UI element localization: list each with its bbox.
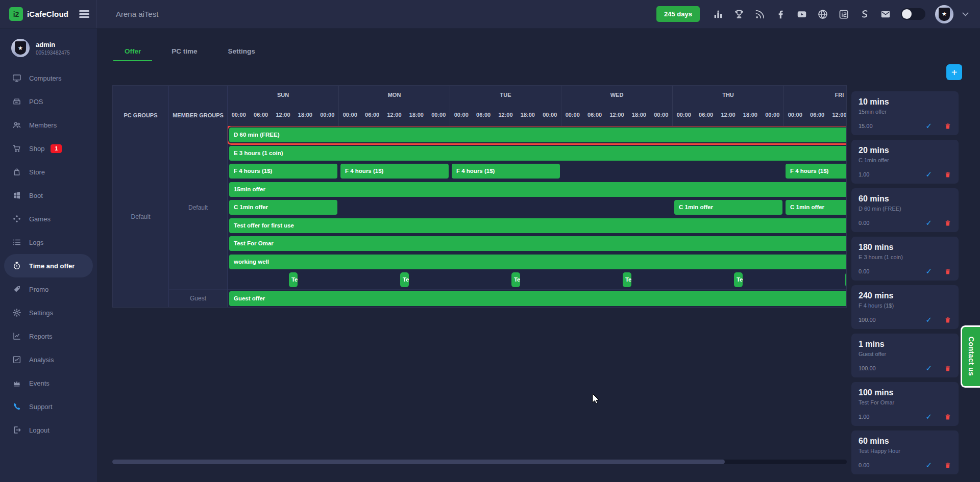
time-tick: 00:00 [654,112,668,118]
schedule-row: C 1min offerC 1min offerC 1min offer [228,198,846,217]
offer-delete-trash-icon[interactable] [944,122,951,130]
offer-bar[interactable]: Test Happy Hour [623,272,631,287]
facebook-icon[interactable] [775,9,787,20]
mail-icon[interactable] [880,9,891,20]
offer-bar[interactable]: Test Happy Hour [511,272,520,287]
sidebar-item-label: Time and offer [29,262,75,270]
offer-delete-trash-icon[interactable] [944,316,951,324]
members-icon [12,120,21,130]
sidebar-item-reports[interactable]: Reports [0,324,93,348]
offer-delete-trash-icon[interactable] [944,462,951,469]
offer-delete-trash-icon[interactable] [944,219,951,227]
offer-duration: 10 mins [859,97,951,107]
sidebar-item-shop[interactable]: Shop1 [0,137,93,160]
sidebar-item-events[interactable]: Events [0,371,93,395]
offer-bar[interactable]: 15min offer [229,182,846,197]
offer-bar[interactable]: E 3 hours (1 coin) [229,146,846,161]
sidebar-item-boot[interactable]: Boot [0,184,93,207]
sidebar-item-analysis[interactable]: Analysis [0,348,93,371]
sidebar-item-members[interactable]: Members [0,113,93,137]
page-title: Arena aiTest [116,10,158,18]
time-tick: 00:00 [431,112,446,118]
day-column-thu: THU00:0006:0012:0018:0000:00 [673,86,784,126]
offer-enabled-check-icon[interactable]: ✓ [925,315,932,324]
timeline-body: D 60 min (FREE)E 3 hours (1 coin)F 4 hou… [228,126,846,307]
sidebar-item-pos[interactable]: POS [0,90,93,113]
sidebar-item-computers[interactable]: Computers [0,66,93,90]
offer-bar[interactable]: C 1min offer [229,200,337,215]
offer-enabled-check-icon[interactable]: ✓ [925,461,932,470]
offer-enabled-check-icon[interactable]: ✓ [925,412,932,421]
offer-delete-trash-icon[interactable] [944,268,951,275]
offer-enabled-check-icon[interactable]: ✓ [925,218,932,227]
icafe-icon[interactable] [838,9,849,20]
chevron-down-icon[interactable] [962,10,969,16]
offer-enabled-check-icon[interactable]: ✓ [925,121,932,131]
offer-card: 1 minsGuest offer100.00✓ [851,334,959,377]
offer-name: D 60 min (FREE) [859,206,951,212]
offer-bar[interactable]: Guest offer [229,291,846,306]
tab-settings[interactable]: Settings [217,47,266,61]
offer-bar[interactable]: Test offer for first use [229,218,846,233]
horizontal-scrollbar[interactable] [112,460,847,464]
ribbon-icon[interactable] [859,9,870,20]
offer-card: 10 mins15min offer15.00✓ [851,91,959,135]
sidebar-item-logs[interactable]: Logs [0,231,93,254]
offer-bar[interactable]: Test Happy Hour [734,272,743,287]
offer-delete-trash-icon[interactable] [944,413,951,421]
sidebar-item-label: Shop [29,145,44,153]
offer-bar[interactable]: F 4 hours (1$) [786,164,846,179]
offer-bar[interactable]: C 1min offer [786,200,846,215]
offer-bar[interactable]: C 1min offer [674,200,782,215]
offer-delete-trash-icon[interactable] [944,365,951,372]
sidebar-item-label: Settings [29,309,53,317]
sidebar-item-games[interactable]: Games [0,207,93,231]
trophy-icon[interactable] [733,9,745,20]
offer-enabled-check-icon[interactable]: ✓ [925,170,932,179]
contact-us-button[interactable]: Contact us [961,325,980,388]
offer-bar[interactable]: F 4 hours (1$) [229,164,337,179]
sidebar-item-logout[interactable]: Logout [0,418,93,442]
time-ticks: 00:0006:0012:0018:0000:00 [450,104,561,126]
time-tick: 06:00 [699,112,713,118]
rss-icon[interactable] [754,9,766,20]
add-offer-button[interactable]: + [946,64,962,80]
scrollbar-thumb[interactable] [112,460,725,464]
sidebar-item-label: Store [29,168,45,176]
offer-bar[interactable]: F 4 hours (1$) [340,164,449,179]
offer-bar[interactable]: D 60 min (FREE) [229,128,846,142]
sidebar-item-time-and-offer[interactable]: Time and offer [4,254,93,277]
license-days-badge[interactable]: 245 days [656,6,700,22]
offer-delete-trash-icon[interactable] [944,171,951,179]
offer-duration: 60 mins [859,194,951,204]
youtube-icon[interactable] [796,9,807,20]
menu-hamburger-icon[interactable] [79,9,89,20]
sidebar-item-store[interactable]: Store [0,160,93,184]
store-icon [12,167,21,176]
sidebar-item-settings[interactable]: Settings [0,301,93,324]
sidebar-item-label: Promo [29,286,48,293]
sidebar-item-promo[interactable]: Promo [0,277,93,301]
tab-offer[interactable]: Offer [113,47,152,61]
offer-bar[interactable]: working well [229,255,846,269]
user-avatar[interactable]: ★ [935,5,953,23]
time-tick: 18:00 [409,112,424,118]
sidebar-user-avatar[interactable]: ★ [11,39,30,57]
offer-enabled-check-icon[interactable]: ✓ [925,267,932,276]
sidebar-item-support[interactable]: Support [0,395,93,418]
tab-pc-time[interactable]: PC time [160,47,208,61]
offer-bar[interactable]: Test For Omar [229,236,846,251]
schedule-row: D 60 min (FREE) [228,126,846,144]
offer-card: 60 minsTest Happy Hour0.00✓ [851,430,959,474]
offer-bar[interactable]: Test Happy Hour [845,272,846,287]
theme-toggle[interactable] [901,8,925,20]
offer-enabled-check-icon[interactable]: ✓ [925,364,932,373]
offer-bar[interactable]: Test Happy Hour [289,272,298,287]
ranking-icon[interactable] [713,9,724,20]
globe-icon[interactable] [817,9,828,20]
offer-name: F 4 hours (1$) [859,302,951,309]
medal-icon: ★ [939,8,950,21]
offer-bar[interactable]: Test Happy Hour [400,272,409,287]
main-content: OfferPC timeSettings + PC GROUPS MEMBER … [97,29,980,482]
offer-bar[interactable]: F 4 hours (1$) [452,164,560,179]
